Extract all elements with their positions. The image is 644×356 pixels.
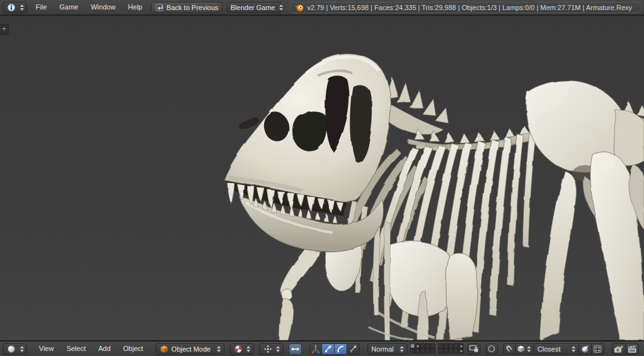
spinner-icon bbox=[216, 346, 222, 352]
menu-select[interactable]: Select bbox=[61, 343, 92, 355]
layer-toggle[interactable] bbox=[410, 348, 415, 353]
scale-arrow-icon bbox=[349, 345, 357, 353]
back-to-previous-label: Back to Previous bbox=[167, 4, 219, 11]
lock-scene-icon bbox=[469, 345, 479, 353]
snap-magnet-icon bbox=[505, 345, 514, 353]
layers-group-1 bbox=[411, 344, 436, 354]
menu-object[interactable]: Object bbox=[118, 343, 149, 355]
manipulator-toggle[interactable] bbox=[309, 343, 322, 355]
snap-project-dots-icon bbox=[593, 345, 602, 353]
viewport-3d[interactable]: + bbox=[0, 16, 644, 340]
menu-game[interactable]: Game bbox=[54, 1, 84, 13]
layer-toggle[interactable] bbox=[443, 348, 448, 353]
spinner-icon bbox=[19, 346, 25, 352]
layer-toggle[interactable] bbox=[420, 348, 425, 353]
snap-group: Closest bbox=[503, 343, 604, 355]
render-engine-value: Blender Game bbox=[231, 4, 277, 11]
render-engine-select[interactable]: Blender Game bbox=[226, 2, 282, 13]
layer-toggle[interactable] bbox=[430, 348, 435, 353]
snap-target-select[interactable]: Closest bbox=[534, 343, 579, 355]
spinner-icon bbox=[526, 346, 532, 352]
spinner-icon bbox=[399, 346, 405, 352]
transform-orientation-select[interactable]: Normal bbox=[367, 343, 408, 355]
transform-orientation-value: Normal bbox=[372, 345, 395, 353]
manipulator-scale-button[interactable] bbox=[347, 343, 360, 355]
manipulator-translate-button[interactable] bbox=[322, 343, 335, 355]
snap-target-value: Closest bbox=[538, 345, 562, 353]
editor-type-select-top[interactable] bbox=[3, 2, 27, 13]
layer-toggle[interactable] bbox=[453, 343, 458, 348]
pivot-median-icon bbox=[264, 345, 272, 353]
editor-type-select-bottom[interactable] bbox=[3, 343, 27, 355]
menu-help[interactable]: Help bbox=[123, 1, 148, 13]
snap-element-select[interactable] bbox=[516, 343, 534, 355]
mode-select-value: Object Mode bbox=[172, 345, 213, 353]
centers-double-arrow-icon bbox=[291, 345, 300, 353]
opengl-camera-icon bbox=[614, 345, 624, 353]
layer-toggle[interactable] bbox=[453, 348, 458, 353]
layer-toggle[interactable] bbox=[430, 343, 435, 348]
rotate-arc-icon bbox=[336, 345, 345, 353]
spinner-icon bbox=[279, 4, 283, 11]
spinner-icon bbox=[275, 346, 281, 352]
object-mode-cube-icon bbox=[160, 345, 169, 353]
back-to-previous-button[interactable]: Back to Previous bbox=[151, 2, 223, 13]
mode-select[interactable]: Object Mode bbox=[155, 343, 225, 355]
spinner-icon bbox=[19, 4, 25, 11]
layer-toggle[interactable] bbox=[415, 348, 420, 353]
snap-element-cube-icon bbox=[517, 345, 525, 353]
opengl-render-image-button[interactable] bbox=[612, 343, 626, 355]
layer-toggle[interactable] bbox=[443, 343, 448, 348]
layers-group-2 bbox=[439, 344, 464, 354]
manipulator-rotate-button[interactable] bbox=[335, 343, 347, 355]
opengl-render-group bbox=[612, 343, 639, 355]
spinner-icon bbox=[246, 346, 252, 352]
layer-toggle[interactable] bbox=[448, 348, 453, 353]
snap-peel-sphere-icon bbox=[580, 345, 589, 353]
shading-textured-sphere-icon bbox=[234, 345, 243, 353]
layer-toggle[interactable] bbox=[458, 343, 464, 348]
layer-toggle[interactable] bbox=[420, 343, 425, 348]
spinner-icon bbox=[571, 346, 577, 352]
manipulator-axes-icon bbox=[311, 345, 320, 353]
opengl-render-animation-button[interactable] bbox=[626, 343, 639, 355]
proportional-editing-select[interactable] bbox=[486, 343, 498, 355]
blender-window: File Game Window Help Back to Previous B… bbox=[0, 0, 644, 356]
viewport-shading-select[interactable] bbox=[230, 343, 254, 355]
info-header: File Game Window Help Back to Previous B… bbox=[0, 0, 644, 16]
3d-view-icon bbox=[7, 345, 16, 353]
opengl-clapperboard-icon bbox=[627, 345, 637, 353]
snap-project-elements-toggle[interactable] bbox=[592, 343, 604, 355]
layer-toggle[interactable] bbox=[425, 348, 430, 353]
layers-widget bbox=[411, 344, 464, 354]
scene-stats: v2.79 | Verts:15,698 | Faces:24,335 | Tr… bbox=[289, 2, 641, 13]
snap-peel-object-toggle[interactable] bbox=[579, 343, 592, 355]
lock-to-scene-toggle[interactable] bbox=[467, 343, 480, 355]
back-arrow-icon bbox=[155, 4, 164, 11]
toolshelf-expand-tab[interactable]: + bbox=[0, 24, 9, 35]
menu-file[interactable]: File bbox=[30, 1, 53, 13]
blender-logo-icon bbox=[294, 3, 304, 12]
layer-toggle[interactable] bbox=[438, 348, 443, 353]
trex-skeleton-model bbox=[0, 16, 644, 340]
scene-stats-text: v2.79 | Verts:15,698 | Faces:24,335 | Tr… bbox=[308, 4, 632, 11]
manipulator-group bbox=[309, 343, 360, 355]
pivot-point-select[interactable] bbox=[259, 343, 284, 355]
proportional-circle-icon bbox=[487, 345, 496, 353]
translate-arrow-icon bbox=[324, 345, 332, 353]
layer-toggle[interactable] bbox=[458, 348, 464, 353]
snap-toggle-button[interactable] bbox=[503, 343, 516, 355]
layer-toggle[interactable] bbox=[438, 343, 443, 348]
layer-toggle[interactable] bbox=[425, 343, 430, 348]
view3d-header: View Select Add Object Object Mode bbox=[0, 340, 644, 356]
manipulate-centers-toggle[interactable] bbox=[289, 343, 302, 355]
menu-window[interactable]: Window bbox=[85, 1, 121, 13]
layer-toggle[interactable] bbox=[448, 343, 453, 348]
menu-add[interactable]: Add bbox=[92, 343, 116, 355]
layer-toggle[interactable] bbox=[415, 343, 420, 348]
menu-view[interactable]: View bbox=[33, 343, 60, 355]
layer-toggle[interactable] bbox=[410, 343, 415, 348]
info-editor-icon bbox=[7, 3, 16, 12]
